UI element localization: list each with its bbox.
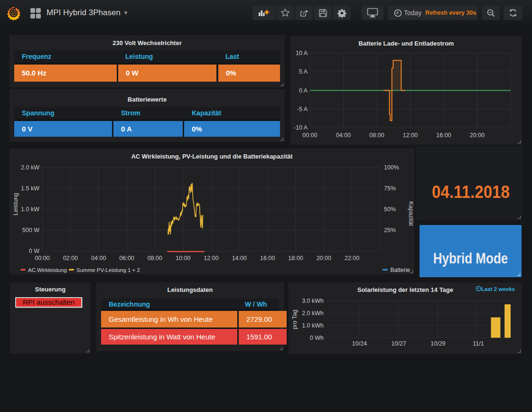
- svg-text:16:00: 16:00: [436, 132, 451, 139]
- svg-text:20:00: 20:00: [317, 255, 331, 262]
- svg-text:pro Tag: pro Tag: [291, 309, 298, 329]
- svg-text:0 Wh: 0 Wh: [310, 335, 324, 341]
- svg-text:00:00: 00:00: [302, 132, 317, 139]
- svg-text:10:00: 10:00: [176, 255, 190, 262]
- svg-text:20:00: 20:00: [470, 132, 485, 139]
- svg-text:AC.Wirkleistung: AC.Wirkleistung: [28, 267, 67, 273]
- svg-text:04:00: 04:00: [336, 132, 351, 139]
- svg-text:0 A: 0 A: [299, 87, 308, 94]
- svg-text:02:00: 02:00: [63, 255, 78, 262]
- svg-text:10/29: 10/29: [430, 340, 445, 347]
- svg-text:11/1: 11/1: [473, 340, 484, 347]
- svg-text:12:00: 12:00: [403, 132, 418, 139]
- svg-text:18:00: 18:00: [288, 255, 303, 262]
- svg-text:22:00: 22:00: [345, 255, 359, 262]
- svg-text:25%: 25%: [384, 227, 396, 234]
- svg-text:1.0 kWh: 1.0 kWh: [302, 322, 324, 329]
- svg-text:2.0 kW: 2.0 kW: [21, 164, 39, 171]
- svg-text:08:00: 08:00: [369, 132, 384, 139]
- svg-text:0 W: 0 W: [29, 248, 39, 254]
- svg-text:16:00: 16:00: [260, 255, 275, 262]
- svg-text:Leistung: Leistung: [12, 193, 19, 215]
- svg-text:00:00: 00:00: [35, 255, 49, 262]
- svg-text:10/27: 10/27: [392, 340, 406, 347]
- svg-text:10/24: 10/24: [352, 340, 367, 347]
- svg-text:04:00: 04:00: [91, 255, 106, 262]
- svg-text:-5 A: -5 A: [297, 106, 308, 112]
- svg-text:Last 2 weeks: Last 2 weeks: [481, 286, 515, 292]
- svg-text:10 A: 10 A: [296, 50, 308, 56]
- svg-text:500 W: 500 W: [22, 227, 39, 234]
- svg-text:Batterie: Batterie: [391, 267, 411, 273]
- svg-text:06:00: 06:00: [119, 255, 134, 262]
- svg-text:-10 A: -10 A: [294, 124, 308, 131]
- svg-text:3.0 kWh: 3.0 kWh: [302, 298, 324, 304]
- svg-text:Summe PV-Leistung 1 + 2: Summe PV-Leistung 1 + 2: [76, 267, 140, 273]
- svg-text:1.0 kW: 1.0 kW: [21, 206, 39, 213]
- svg-text:08:00: 08:00: [148, 255, 162, 262]
- svg-text:100%: 100%: [384, 164, 399, 171]
- svg-text:75%: 75%: [384, 185, 396, 192]
- svg-text:50%: 50%: [384, 206, 396, 213]
- svg-text:12:00: 12:00: [204, 255, 218, 262]
- svg-text:1.5 kW: 1.5 kW: [21, 185, 39, 192]
- svg-text:5 A: 5 A: [299, 68, 308, 75]
- svg-text:2.0 kWh: 2.0 kWh: [302, 310, 324, 317]
- svg-text:14:00: 14:00: [232, 255, 247, 262]
- svg-text:Kapazität: Kapazität: [408, 201, 414, 226]
